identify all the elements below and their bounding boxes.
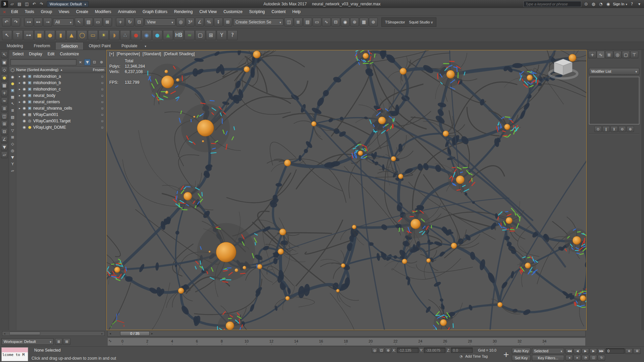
frozen-toggle[interactable]: ▫ [100, 87, 105, 91]
create-tab-icon[interactable]: + [588, 51, 596, 58]
filter-helpers-icon[interactable]: ▧ [10, 114, 16, 120]
titlebar-menu-icon[interactable]: ▾ [636, 1, 643, 7]
go-to-end-icon[interactable]: ▶▶ [598, 348, 605, 354]
scrollbar-thumb[interactable] [9, 332, 40, 335]
y-coordinate-field[interactable]: -33.0075 [424, 348, 445, 353]
display-tab-icon[interactable]: ▢ [622, 51, 630, 58]
redo-icon[interactable]: ↷ [38, 1, 45, 7]
create-cone-icon[interactable]: ▲ [66, 30, 76, 40]
menu-civil-view[interactable]: Civil View [196, 8, 220, 15]
link-tool-icon[interactable]: ⊶ [23, 30, 34, 40]
previous-frame-icon[interactable]: ◀ [574, 348, 581, 354]
sign-in-button[interactable]: Sign In [613, 2, 627, 6]
viewport-menu-default-shading[interactable]: [Default Shading] [164, 52, 195, 56]
named-selection-set-input[interactable]: Create Selection Se [233, 18, 283, 26]
workspace-docking-icon[interactable]: ⊞ [63, 338, 70, 345]
pin-stack-icon[interactable]: ⊙ [594, 126, 602, 132]
make-unique-icon[interactable]: ⊻ [610, 126, 618, 132]
previous-key-icon[interactable]: ◂ [566, 355, 573, 361]
frozen-toggle[interactable]: ▫ [100, 106, 105, 110]
tsinspector-panel[interactable]: TSInspector Squid Studio v [381, 17, 436, 27]
filter-grids-icon[interactable]: ⊞ [10, 134, 16, 140]
filter-spheres-icon[interactable]: ◍ [10, 121, 16, 127]
workspace-select[interactable]: Workspace: Default [47, 1, 89, 7]
viewport-scene[interactable] [107, 50, 586, 330]
menu-help[interactable]: Help [289, 8, 304, 15]
remove-modifier-icon[interactable]: ⊖ [619, 126, 626, 132]
tool-box-icon[interactable]: ▣ [1, 59, 8, 66]
select-and-scale-icon[interactable]: ⊡ [135, 18, 144, 26]
workspace-layers-icon[interactable]: ≣ [55, 338, 62, 345]
list-item[interactable]: ▸◉▣mitohondrion_c▫ [16, 86, 106, 92]
visibility-eye-icon[interactable]: ◉ [22, 87, 27, 91]
set-key-mode-icon[interactable]: + [502, 349, 511, 360]
sort-ascending-icon[interactable]: ▲ [60, 68, 63, 71]
next-frame-icon[interactable] [150, 332, 155, 335]
render-setup-icon[interactable]: ⊛ [350, 18, 359, 26]
tool-layers-icon[interactable]: ≣ [1, 105, 8, 112]
visibility-eye-icon[interactable]: ◉ [22, 80, 27, 85]
create-teapot-icon[interactable]: ◗ [109, 30, 119, 40]
angle-snap-toggle-icon[interactable]: ∠ [195, 18, 204, 26]
frozen-toggle[interactable]: ▫ [100, 81, 105, 84]
open-scene-icon[interactable]: ▤ [16, 1, 23, 7]
time-configuration-icon[interactable]: ◔ [582, 355, 589, 361]
modifier-stack[interactable] [589, 77, 639, 124]
use-pivot-point-center-icon[interactable]: ◎ [176, 18, 185, 26]
viewport-menu-standard[interactable]: [Standard] [143, 52, 161, 56]
list-item[interactable]: ▸◉▣mitohondrion_a▫ [16, 73, 106, 79]
viewport-menu-perspective[interactable]: [Perspective] [117, 52, 140, 56]
maximize-viewport-toggle-icon[interactable]: ⊞ [633, 348, 641, 354]
go-to-start-icon[interactable]: ◀◀ [566, 348, 573, 354]
list-item[interactable]: ▸◉▣neural_shvanna_cells▫ [16, 105, 106, 111]
filter-all-icon[interactable]: ◉ [10, 74, 16, 80]
frozen-toggle[interactable]: ▫ [100, 113, 105, 116]
visibility-eye-icon[interactable]: ◉ [22, 74, 27, 78]
list-item[interactable]: ◉◎VRayCam001.Target▫ [16, 118, 106, 124]
expand-icon[interactable]: ▸ [17, 87, 22, 91]
lock-explorer-icon[interactable]: ⊡ [91, 59, 98, 65]
list-item[interactable]: ▸◉▣neural_centers▫ [16, 99, 106, 105]
hierarchy-tab-icon[interactable]: ≣ [605, 51, 613, 58]
tool-shapes-icon[interactable]: ◇ [1, 67, 8, 73]
expand-icon[interactable]: ▸ [17, 94, 22, 97]
snaps-toggle-icon[interactable]: 3² [186, 18, 195, 26]
tool-align-icon[interactable]: ⊟ [1, 128, 8, 135]
render-production-icon[interactable]: ⊚ [369, 18, 378, 26]
absolute-mode-transform-icon[interactable]: ⊕ [385, 348, 391, 353]
tool-measure-icon[interactable]: ∠ [1, 136, 8, 143]
track-bar-ruler[interactable]: ∿ 0246810121416182022242628303234 [107, 338, 586, 346]
new-scene-icon[interactable]: ▱ [9, 1, 15, 7]
filter-lights-icon[interactable]: ● [10, 80, 16, 86]
visibility-eye-icon[interactable]: ◉ [22, 125, 27, 129]
hb-plugin-icon[interactable]: HB [174, 30, 184, 40]
curve-editor-icon[interactable]: ∿ [322, 18, 331, 26]
utilities-tab-icon[interactable]: ⊤ [630, 51, 638, 58]
rectangular-selection-region-icon[interactable]: ▭ [94, 18, 102, 26]
explorer-column-header[interactable]: ◯ Name (Sorted Ascending) ▲ Frozen [9, 66, 106, 73]
time-slider-handle[interactable]: 0 / 35 [120, 331, 150, 336]
filter-selection-icon[interactable]: ↖ [10, 101, 16, 107]
scroll-left-icon[interactable] [2, 332, 7, 335]
explorer-menu-select[interactable]: Select [10, 51, 26, 57]
build-tool-icon[interactable]: ⊤ [13, 30, 23, 40]
expand-icon[interactable]: ▸ [17, 81, 22, 84]
search-icon[interactable]: ⊙ [583, 1, 589, 7]
frozen-toggle[interactable]: ▫ [100, 94, 105, 97]
scroll-right-icon[interactable] [100, 332, 104, 335]
lock-selection-toggle-icon[interactable]: ⊡ [378, 348, 384, 353]
expand-icon[interactable]: ▸ [17, 75, 22, 78]
schematic-view-icon[interactable]: ⊟ [331, 18, 340, 26]
explorer-menu-edit[interactable]: Edit [45, 51, 57, 57]
filter-layers-icon[interactable]: ≣ [10, 107, 16, 113]
show-end-result-icon[interactable]: ∥ [602, 126, 610, 132]
create-cylinder-icon[interactable]: ▮ [56, 30, 66, 40]
tool-select-icon[interactable]: ↖ [1, 51, 8, 58]
tool-mirror-icon[interactable]: ◫ [1, 113, 8, 120]
explorer-menu-display[interactable]: Display [26, 51, 45, 57]
rendered-frame-window-icon[interactable]: ▦ [360, 18, 368, 26]
z-coordinate-field[interactable]: 0.0 [451, 348, 473, 353]
time-tag-clock-icon[interactable]: ◔ [459, 354, 464, 359]
create-torus-icon[interactable]: ◯ [77, 30, 87, 40]
next-frame-icon[interactable]: ▶ [590, 348, 597, 354]
